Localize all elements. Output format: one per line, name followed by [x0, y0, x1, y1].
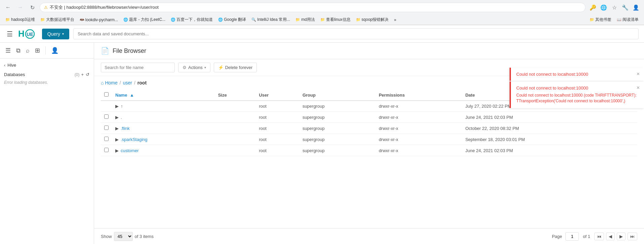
row-group: supergroup [299, 112, 375, 123]
sidebar-content: ‹ Hive Databases (0) + ↺ Error loading d… [0, 59, 94, 244]
hue-logo: H UE [18, 29, 35, 39]
sidebar-copy-btn[interactable]: ⧉ [15, 46, 22, 56]
bookmark-other[interactable]: 📁 其他书签 [588, 16, 613, 23]
notification-title-2: Could not connect to localhost:10000 [516, 85, 588, 91]
bookmark-folder-icon: 📁 [5, 18, 10, 22]
global-search [73, 28, 639, 39]
bookmark-label: IntelliJ Idea 常用... [257, 17, 290, 23]
reload-button[interactable]: ↻ [28, 3, 37, 12]
row-size [215, 123, 256, 134]
row-name-cell: ▶ ↑ [112, 101, 215, 112]
content-wrapper: ☰ ⧉ ⌕ ⊞ 👤 ‹ Hive Databases (0) + ↺ [0, 43, 644, 244]
url-text: 不安全 | hadoop02:8888/hue/filebrowser/view… [50, 4, 581, 10]
bookmark-more-label: » [394, 18, 396, 22]
actions-button[interactable]: ⚙ Actions ▾ [178, 63, 210, 72]
notification-close-2[interactable]: × [635, 84, 641, 92]
bookmark-label: 阅读清单 [622, 17, 639, 23]
row-checkbox[interactable] [104, 114, 109, 119]
bookmark-hadoop3[interactable]: 📁 hadoop3运维 [3, 16, 37, 23]
page-input[interactable] [565, 232, 579, 241]
file-link-flink[interactable]: .flink [121, 126, 130, 131]
header-size[interactable]: Size [215, 90, 256, 101]
row-checkbox[interactable] [104, 137, 109, 141]
row-user: root [255, 145, 299, 156]
header-group[interactable]: Group [299, 90, 375, 101]
folder-icon: ▶ [115, 104, 119, 109]
translate-icon-button[interactable]: 🌐 [599, 3, 608, 12]
page-size-select[interactable]: 10 25 45 100 [114, 232, 133, 241]
row-checkbox[interactable] [104, 148, 109, 152]
row-checkbox-cell [101, 101, 112, 112]
add-database-btn[interactable]: + [81, 72, 84, 77]
lock-icon: ⚠ [44, 5, 48, 10]
sidebar-db-header: ‹ Hive [4, 63, 90, 68]
prev-page-button[interactable]: ◀ [606, 233, 615, 240]
hamburger-button[interactable]: ☰ [5, 29, 14, 39]
bookmark-intellij[interactable]: 🔍 IntelliJ Idea 常用... [249, 16, 292, 23]
refresh-database-btn[interactable]: ↺ [85, 72, 90, 77]
notification-card-1: Could not connect to localhost:10000 × [510, 68, 644, 81]
header-name[interactable]: Name ▲ [112, 90, 215, 101]
sidebar-search-btn[interactable]: ⌕ [25, 46, 31, 56]
bookmark-more[interactable]: » [392, 17, 398, 23]
top-bar: ☰ H UE Query ▾ [0, 25, 644, 43]
row-permissions: drwxr-xr-x [375, 145, 462, 156]
forward-button[interactable]: → [15, 3, 25, 12]
bookmark-reading[interactable]: 📖 阅读清单 [615, 16, 641, 23]
bookmark-google-translate[interactable]: 🌐 Google 翻译 [216, 16, 248, 23]
back-button[interactable]: ← [3, 3, 13, 12]
global-search-input[interactable] [73, 28, 639, 39]
bookmark-bigdata[interactable]: 📁 大数据运维平台 [38, 16, 76, 23]
select-all-checkbox[interactable] [104, 92, 109, 97]
bookmark-md[interactable]: 📁 md用法 [293, 16, 317, 23]
bookmark-leetcode[interactable]: 🌐 题库 - 力扣 (LeetC... [121, 16, 167, 23]
query-dropdown-arrow: ▾ [62, 32, 64, 36]
table-row: ▶ .flink root supergroup drwxr-xr-x Octo… [101, 123, 637, 134]
row-date: June 24, 2021 02:03 PM [462, 112, 637, 123]
file-browser-title: File Browser [113, 47, 146, 55]
breadcrumb-user[interactable]: user [123, 80, 132, 85]
key-icon-button[interactable]: 🔑 [588, 3, 598, 12]
databases-label: Databases [4, 72, 25, 77]
query-button[interactable]: Query ▾ [42, 29, 69, 39]
bookmark-baidu[interactable]: 🌐 百度一下，你就知道 [169, 16, 215, 23]
row-checkbox-cell [101, 112, 112, 123]
file-link-sparkstaging[interactable]: .sparkStaging [121, 137, 148, 142]
header-user[interactable]: User [255, 90, 299, 101]
row-permissions: drwxr-xr-x [375, 112, 462, 123]
row-size [215, 112, 256, 123]
delete-forever-button[interactable]: ⚡ Delete forever [214, 63, 257, 72]
bookmark-lookdiv[interactable]: 🦇 lookdiv-pycharm... [78, 17, 120, 23]
row-checkbox[interactable] [104, 126, 109, 130]
first-page-button[interactable]: ⏮ [594, 233, 604, 240]
breadcrumb-home[interactable]: ⌂ Home [101, 80, 118, 85]
header-permissions[interactable]: Permissions [375, 90, 462, 101]
bookmark-folder-icon: 📁 [590, 18, 594, 22]
sidebar-list-btn[interactable]: ☰ [4, 45, 12, 56]
sidebar-grid-btn[interactable]: ⊞ [34, 45, 41, 56]
browser-chrome: ← → ↻ ⚠ 不安全 | hadoop02:8888/hue/filebrow… [0, 0, 644, 25]
sidebar-back-btn[interactable]: ‹ [4, 63, 5, 68]
home-icon: ⌂ [101, 80, 104, 85]
bookmark-label: 大数据运维平台 [46, 17, 74, 23]
next-page-button[interactable]: ▶ [617, 233, 626, 240]
page-of: of 1 [583, 234, 590, 239]
notification-close-1[interactable]: × [635, 70, 641, 78]
delete-label: Delete forever [225, 65, 253, 70]
file-link-customer[interactable]: customer [121, 148, 138, 153]
bookmark-sqoop[interactable]: 📁 sqoop报错解决 [354, 16, 391, 23]
file-table-body: ▶ ↑ root supergroup drwxr-xr-x July 27, … [101, 101, 637, 156]
last-page-button[interactable]: ⏭ [628, 233, 637, 240]
row-user: root [255, 123, 299, 134]
notification-title-1: Could not connect to localhost:10000 [516, 72, 588, 77]
extension-icon-button[interactable]: 🔧 [620, 3, 630, 12]
bookmark-star-button[interactable]: ☆ [610, 3, 619, 12]
browser-icons: 🔑 🌐 ☆ 🔧 👤 [588, 3, 641, 12]
file-search-input[interactable] [101, 63, 175, 72]
bookmark-search-icon: 🔍 [251, 18, 256, 22]
address-bar[interactable]: ⚠ 不安全 | hadoop02:8888/hue/filebrowser/vi… [40, 3, 586, 12]
profile-icon-button[interactable]: 👤 [631, 3, 641, 12]
sidebar-user-btn[interactable]: 👤 [50, 45, 60, 56]
bookmark-folder-icon: 📁 [295, 18, 300, 22]
bookmark-linux[interactable]: 📁 查看linux信息 [318, 16, 353, 23]
